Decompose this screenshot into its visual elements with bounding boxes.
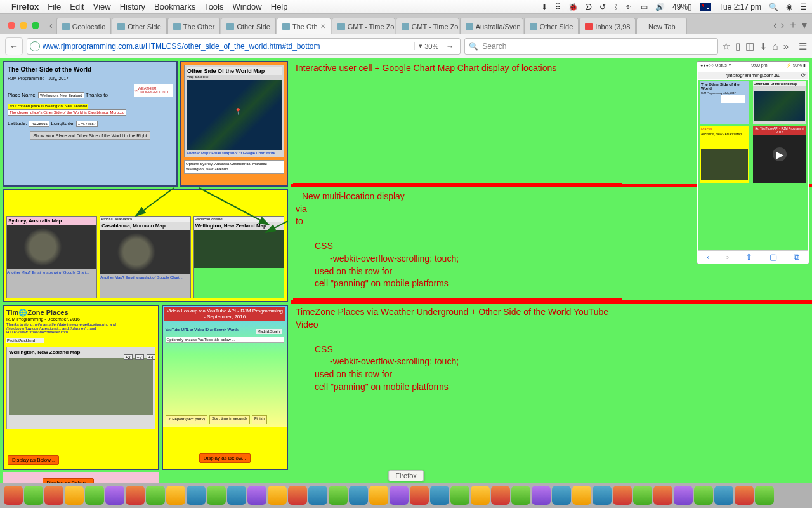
phone-back-icon[interactable]: ‹ (707, 252, 709, 262)
dock-app-icon[interactable] (653, 486, 672, 505)
casablanca-map-card[interactable]: Africa/Casablanca Casablanca, Morocco Ma… (100, 216, 190, 298)
dock-app-icon[interactable] (593, 486, 612, 505)
timezone-cell[interactable]: Tim🌐Zone Places RJM Programming - Decemb… (3, 305, 159, 470)
yt-start[interactable]: Start time in seconds (209, 415, 250, 424)
phone-url[interactable]: rjmprogramming.com.au (698, 72, 808, 79)
dock-app-icon[interactable] (349, 486, 368, 505)
site-identity-icon[interactable] (30, 41, 40, 51)
phone-video-cell[interactable]: iku YouTube API - RJM Programmi 2016 (753, 126, 806, 183)
tab[interactable]: Other Side (221, 18, 276, 34)
downloads-icon[interactable]: ⬇ (759, 41, 768, 52)
back-button[interactable]: ← (5, 37, 23, 55)
bookmark-star-icon[interactable]: ☆ (722, 41, 730, 52)
dock-app-icon[interactable] (24, 486, 43, 505)
tray-icon[interactable]: 🐞 (568, 3, 578, 11)
dock-app-icon[interactable] (552, 486, 571, 505)
zoom-window-button[interactable] (32, 22, 39, 29)
wellington-sat[interactable] (194, 230, 284, 268)
menu-view[interactable]: View (93, 2, 111, 11)
battery-status[interactable]: 49% ▯ (672, 3, 692, 11)
dock-app-icon[interactable] (85, 486, 104, 505)
casablanca-sat[interactable] (100, 230, 190, 274)
phone-share-icon[interactable]: ⇧ (745, 252, 752, 262)
dock-app-icon[interactable] (207, 486, 226, 505)
dock-app-icon[interactable] (288, 486, 307, 505)
youtube-cell[interactable]: Video Lookup via YouTube API - RJM Progr… (162, 305, 288, 470)
dock-app-icon[interactable] (44, 486, 63, 505)
new-tab-button[interactable]: ＋ (788, 18, 798, 32)
dock-app-icon[interactable] (532, 486, 551, 505)
dock-app-icon[interactable] (247, 486, 266, 505)
volume-icon[interactable]: 🔊 (655, 3, 665, 11)
dock-app-icon[interactable] (187, 486, 206, 505)
minimize-window-button[interactable] (20, 22, 27, 29)
all-tabs-icon[interactable]: ▾ (802, 19, 807, 31)
close-window-button[interactable] (8, 22, 15, 29)
dock-app-icon[interactable] (511, 486, 530, 505)
spotlight-icon[interactable]: 🔍 (769, 3, 778, 11)
phone-page[interactable]: The Other Side of the World RJM Programm… (698, 80, 808, 250)
yt-finish[interactable]: Finish (252, 415, 267, 424)
map-links[interactable]: Another Map? Email snapshot of Google Ch… (187, 151, 282, 155)
tray-icon[interactable]: ↺ (599, 3, 606, 11)
dock-app-icon[interactable] (735, 486, 754, 505)
bluetooth-icon[interactable]: ᛒ (613, 3, 618, 11)
weather-underground-logo[interactable]: ☀ WEATHER UNDERGROUND (134, 84, 173, 97)
wellington-map-card[interactable]: Pacific/Auckland Wellington, New Zealand… (193, 216, 284, 298)
app-name[interactable]: Firefox (11, 2, 39, 11)
hamburger-menu-icon[interactable]: ☰ (799, 41, 807, 52)
menu-help[interactable]: Help (271, 2, 288, 11)
dock-app-icon[interactable] (674, 486, 693, 505)
close-tab-icon[interactable]: ✕ (320, 23, 325, 30)
new-tab[interactable]: New Tab (636, 18, 687, 34)
sidebar-back-icon[interactable]: ‹ (46, 20, 56, 34)
dock-app-icon[interactable] (105, 486, 124, 505)
dock-app-icon[interactable] (329, 486, 348, 505)
map-links[interactable]: Another Map? Email snapshot of Google Ch… (7, 271, 96, 274)
dock-app-icon[interactable] (471, 486, 490, 505)
tz-credits[interactable]: Thanks to //php.net/manual/en/datetimezo… (6, 323, 155, 334)
dock-app-icon[interactable] (390, 486, 409, 505)
dock-app-icon[interactable] (166, 486, 185, 505)
clock[interactable]: Tue 2:17 pm (719, 3, 761, 11)
go-button[interactable]: → (442, 42, 457, 51)
search-bar[interactable]: 🔍 Search (464, 38, 717, 55)
phone-tabs-icon[interactable]: ⧉ (794, 252, 799, 262)
address-bar[interactable]: ▾ 30% → (27, 38, 461, 55)
dock-app-icon[interactable] (613, 486, 632, 505)
dock-app-icon[interactable] (4, 486, 23, 505)
add-col-button[interactable]: +3 (135, 354, 144, 360)
lon-input[interactable]: 174.77557 (76, 121, 98, 127)
dock-app-icon[interactable] (369, 486, 388, 505)
row2[interactable]: Sydney, Australia Map Another Map? Email… (3, 189, 288, 302)
dock-app-icon[interactable] (126, 486, 145, 505)
menu-file[interactable]: File (48, 2, 61, 11)
notification-center-icon[interactable]: ☰ (800, 3, 807, 11)
display-icon[interactable]: ▭ (641, 3, 648, 11)
menu-history[interactable]: History (120, 2, 145, 11)
dock-app-icon[interactable] (633, 486, 652, 505)
overflow-icon[interactable]: » (783, 41, 789, 51)
display-below-button[interactable]: Display as Below... (43, 478, 94, 483)
dock-app-icon[interactable] (308, 486, 327, 505)
place-input[interactable]: Wellington, New Zealand (38, 92, 84, 98)
dock-app-icon[interactable] (755, 486, 774, 505)
input-flag-icon[interactable] (700, 3, 711, 11)
dock-app-icon[interactable] (65, 486, 84, 505)
tab[interactable]: Geolocatio (56, 18, 112, 34)
dock-app-icon[interactable] (572, 486, 591, 505)
menu-bookmarks[interactable]: Bookmarks (154, 2, 195, 11)
siri-icon[interactable]: ◉ (786, 3, 792, 11)
add-col-button[interactable]: +2 (124, 354, 133, 360)
world-map[interactable] (187, 80, 282, 150)
dock-app-icon[interactable] (227, 486, 246, 505)
yt-repeat[interactable]: ✓ Repeat (next part?) (166, 415, 207, 424)
dock-app-icon[interactable] (491, 486, 510, 505)
yt-search-value[interactable]: Madrid,Spain (256, 329, 282, 334)
macos-dock[interactable]: Firefox (0, 483, 812, 508)
menu-edit[interactable]: Edit (70, 2, 84, 11)
dock-app-icon[interactable] (694, 486, 713, 505)
menu-window[interactable]: Window (233, 2, 262, 11)
dock-app-icon[interactable] (714, 486, 733, 505)
tab[interactable]: Other Side (112, 18, 167, 34)
